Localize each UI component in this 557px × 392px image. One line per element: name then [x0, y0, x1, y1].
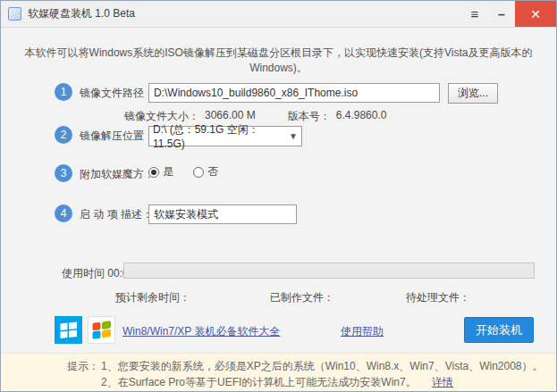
step1-label: 镜像文件路径：	[80, 84, 155, 102]
menu-button[interactable]: ≡	[461, 1, 488, 27]
footer: Win8/Win7/XP 装机必备软件大全 使用帮助 开始装机	[1, 316, 556, 348]
hint-label: 提示：	[67, 359, 99, 374]
mofang-radio-group: 是 否	[148, 164, 238, 179]
radio-yes[interactable]: 是	[148, 164, 173, 179]
elapsed-time-label: 使用时间	[62, 267, 105, 279]
extract-location-dropdown[interactable]: D:\ (总：59.1G 空闲：11.5G) ▼	[148, 126, 302, 146]
chevron-down-icon: ▼	[289, 131, 298, 141]
step4-badge: 4	[55, 204, 72, 222]
windows8-logo-icon[interactable]	[55, 316, 82, 344]
hamburger-icon: ≡	[471, 6, 479, 21]
titlebar-buttons: ≡ – ✕	[461, 1, 556, 27]
app-icon	[8, 7, 21, 21]
step2-label: 镜像解压位置：	[80, 127, 155, 145]
remaining-time-label: 预计剩余时间：	[115, 290, 190, 305]
progress-bar	[123, 263, 535, 279]
minimize-icon: –	[498, 7, 505, 21]
hint-line-1: 1、您要安装的新系统，必须是XP之后的系统（Win10、Win8.x、Win7、…	[101, 359, 544, 374]
help-link[interactable]: 使用帮助	[341, 324, 384, 339]
step3-label: 附加软媒魔方：	[80, 165, 155, 183]
hint-line-2-text: 2、在Surface Pro等基于UEFI的计算机上可能无法成功安装Win7。	[101, 376, 417, 388]
minimize-button[interactable]: –	[488, 1, 515, 27]
browse-button[interactable]: 浏览...	[448, 83, 498, 104]
step3-badge: 3	[55, 164, 72, 182]
iso-version-label: 版本号：	[288, 109, 331, 124]
start-install-button[interactable]: 开始装机	[464, 317, 534, 343]
radio-no-label: 否	[207, 164, 218, 179]
title-bar: 软媒硬盘装机 1.0 Beta ≡ – ✕	[1, 1, 556, 28]
files-made-label: 已制作文件：	[270, 290, 334, 305]
close-button[interactable]: ✕	[515, 1, 556, 27]
hint-line-2: 2、在Surface Pro等基于UEFI的计算机上可能无法成功安装Win7。 …	[101, 375, 453, 390]
step4-label: 启 动 项 描述：	[80, 205, 153, 223]
step2-badge: 2	[55, 126, 72, 144]
windows7-logo-icon[interactable]	[88, 316, 115, 344]
boot-entry-input[interactable]	[148, 204, 297, 224]
software-collection-link[interactable]: Win8/Win7/XP 装机必备软件大全	[122, 324, 280, 339]
windows7-logo-svg	[89, 317, 114, 343]
radio-no[interactable]: 否	[193, 164, 218, 179]
windows8-logo-svg	[55, 316, 82, 344]
radio-selected-icon	[148, 167, 159, 178]
step1-badge: 1	[55, 83, 72, 101]
radio-unselected-icon	[193, 167, 204, 178]
app-window: 软媒硬盘装机 1.0 Beta ≡ – ✕ 本软件可以将Windows系统的IS…	[0, 0, 557, 392]
files-pending-label: 待处理文件：	[406, 290, 470, 305]
hint-bar: 提示： 1、您要安装的新系统，必须是XP之后的系统（Win10、Win8.x、W…	[1, 353, 556, 391]
extract-location-value: D:\ (总：59.1G 空闲：11.5G)	[153, 122, 289, 150]
radio-yes-label: 是	[163, 164, 173, 179]
iso-version-value: 6.4.9860.0	[336, 109, 387, 124]
details-link[interactable]: 详情	[432, 376, 453, 388]
app-description: 本软件可以将Windows系统的ISO镜像解压到某磁盘分区根目录下，以实现快速安…	[1, 46, 556, 76]
iso-path-input[interactable]	[148, 83, 440, 103]
close-icon: ✕	[530, 7, 541, 21]
window-title: 软媒硬盘装机 1.0 Beta	[28, 6, 135, 21]
